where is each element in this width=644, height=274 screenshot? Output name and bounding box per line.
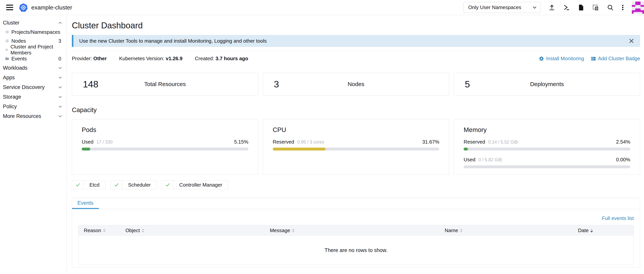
masthead-divider (72, 51, 640, 51)
kubectl-shell-icon[interactable] (563, 4, 570, 11)
capacity-card-title: Pods (82, 126, 248, 134)
sidebar-item-cluster-and-project-members[interactable]: Cluster and Project Members (0, 45, 67, 54)
chevron-down-icon (59, 85, 62, 88)
search-icon[interactable] (607, 4, 614, 11)
avatar[interactable] (632, 1, 644, 14)
gauge-fraction: 17 / 330 (96, 140, 112, 145)
kubeconfig-icon[interactable] (592, 4, 599, 11)
gauge-label: Used (464, 157, 475, 163)
namespace-filter-value: Only User Namespaces (468, 4, 521, 10)
chevron-down-icon (59, 66, 62, 69)
sidebar-group-label: Service Discovery (3, 84, 44, 90)
sidebar-group-storage[interactable]: Storage (0, 92, 67, 102)
stat-label: Nodes (263, 81, 449, 87)
stat-card-deployments: 5 Deployments (454, 73, 640, 95)
sidebar-item-label: Cluster and Project Members (10, 44, 61, 56)
chevron-down-icon (59, 95, 62, 98)
check-icon (111, 181, 122, 189)
close-icon[interactable] (628, 38, 634, 44)
capacity-card-memory: Memory Reserved 0.14 / 5.52 GiB 2.54% Us… (454, 119, 640, 175)
check-icon (162, 181, 174, 189)
chevron-down-icon (59, 114, 62, 117)
sidebar-nav: Cluster Projects/Namespaces Nodes 3 Clus… (0, 15, 67, 274)
chevron-down-icon (59, 104, 62, 107)
sidebar-item-label: Events (12, 56, 27, 62)
progress-bar (82, 148, 248, 151)
stat-label: Total Resources (72, 81, 258, 87)
capacity-card-pods: Pods Used 17 / 330 5.15% (72, 119, 258, 175)
file-icon[interactable] (578, 4, 584, 11)
sidebar-group-label: Storage (3, 94, 21, 100)
sidebar-item-projects-namespaces[interactable]: Projects/Namespaces (0, 27, 67, 36)
capacity-card-cpu: CPU Reserved 0.95 / 3 cores 31.67% (263, 119, 449, 175)
column-header-date[interactable]: Date (572, 225, 634, 236)
capacity-gauge: Reserved 0.14 / 5.52 GiB 2.54% (464, 139, 630, 151)
chevron-down-icon (533, 5, 536, 8)
progress-bar (464, 148, 630, 151)
install-monitoring-link[interactable]: Install Monitoring (539, 55, 584, 61)
column-header-message[interactable]: Message (264, 225, 440, 236)
component-badge-etcd: Etcd (72, 180, 106, 189)
capacity-heading: Capacity (72, 106, 640, 114)
sort-carets-icon (590, 229, 593, 233)
glance-row: Provider: Other Kubernetes Version: v1.2… (72, 55, 640, 61)
sidebar-group-policy[interactable]: Policy (0, 102, 67, 111)
component-badge-scheduler: Scheduler (110, 180, 157, 189)
tab-events[interactable]: Events (72, 198, 99, 209)
events-panel: Events Full events list Reason Object (72, 198, 640, 268)
check-icon (72, 181, 84, 189)
sidebar-group-label: More Resources (3, 113, 41, 119)
sidebar-group-service-discovery[interactable]: Service Discovery (0, 82, 67, 92)
capacity-gauge: Used 17 / 330 5.15% (82, 139, 248, 151)
kebab-menu-icon[interactable] (622, 4, 624, 11)
globe-icon (5, 39, 9, 43)
hamburger-icon[interactable] (6, 5, 13, 10)
stat-card-total-resources: 148 Total Resources (72, 73, 258, 95)
gear-icon (539, 56, 544, 61)
column-header-reason[interactable]: Reason (78, 225, 120, 236)
main-content: Cluster Dashboard Use the new Cluster To… (67, 15, 644, 274)
full-events-list-link[interactable]: Full events list (602, 215, 634, 221)
import-yaml-icon[interactable] (548, 4, 555, 11)
sidebar-group-more-resources[interactable]: More Resources (0, 111, 67, 121)
capacity-gauge: Used 0 / 5.82 GiB 0.00% (464, 157, 630, 168)
sidebar-group-label: Policy (3, 104, 17, 110)
gauge-percent: 5.15% (234, 139, 248, 145)
component-status-row: Etcd Scheduler Controller Manager (72, 180, 640, 189)
gauge-percent: 0.00% (616, 157, 630, 163)
glance-created: Created: 3.7 hours ago (195, 55, 248, 61)
cluster-tools-banner: Use the new Cluster Tools to manage and … (72, 35, 640, 47)
add-cluster-badge-link[interactable]: Add Cluster Badge (591, 55, 640, 61)
progress-bar (464, 165, 630, 168)
gauge-label: Used (82, 139, 94, 145)
events-table: Reason Object Message Name (78, 225, 634, 265)
glance-kubernetes-version: Kubernetes Version: v1.26.9 (119, 55, 182, 61)
chevron-down-icon (59, 75, 62, 78)
capacity-gauge: Reserved 0.95 / 3 cores 31.67% (273, 139, 440, 151)
sidebar-group-apps[interactable]: Apps (0, 73, 67, 82)
globe-icon (5, 48, 8, 52)
column-header-name[interactable]: Name (439, 225, 572, 236)
stat-cards-row: 148 Total Resources 3 Nodes 5 Deployment… (72, 73, 640, 95)
component-label: Etcd (84, 181, 105, 189)
progress-bar (273, 148, 440, 151)
sidebar-group-cluster[interactable]: Cluster (0, 18, 67, 27)
glance-provider: Provider: Other (72, 55, 107, 61)
sidebar-group-workloads[interactable]: Workloads (0, 63, 67, 73)
app-header: example-cluster Only User Namespaces (0, 0, 644, 15)
sort-carets-icon (103, 229, 106, 233)
table-empty-row: There are no rows to show. (78, 236, 634, 265)
namespace-filter-select[interactable]: Only User Namespaces (464, 2, 541, 13)
capacity-card-title: CPU (273, 126, 440, 134)
sort-carets-icon (460, 229, 462, 233)
capacity-card-title: Memory (464, 126, 630, 134)
sidebar-item-count: 3 (58, 38, 61, 44)
sidebar-item-label: Projects/Namespaces (12, 29, 60, 35)
gauge-percent: 2.54% (616, 139, 630, 145)
column-header-object[interactable]: Object (120, 225, 264, 236)
sort-carets-icon (292, 229, 294, 233)
sidebar-group-label: Cluster (3, 20, 20, 26)
banner-text: Use the new Cluster Tools to manage and … (79, 38, 267, 44)
tabs-bar: Events (72, 198, 640, 209)
gauge-label: Reserved (464, 139, 485, 145)
